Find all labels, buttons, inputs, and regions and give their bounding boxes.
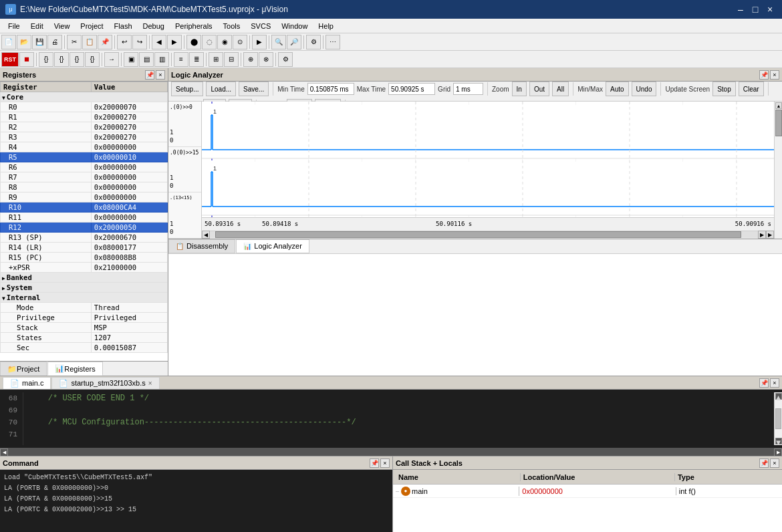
menu-edit[interactable]: Edit [25,21,49,31]
tb2-arrow[interactable]: → [104,52,119,67]
undo-btn[interactable]: Undo [632,82,657,96]
command-close[interactable]: × [380,458,390,468]
minmax-label: Min/Max [577,86,603,93]
code-panel-pin[interactable]: 📌 [759,378,769,388]
code-h-scrollbar[interactable]: ◀ ▶ [0,448,782,456]
tab-project[interactable]: 📁 Project [0,362,47,376]
stop-btn[interactable]: Stop [712,82,736,96]
la-scrollbar[interactable]: ◀ ▶ ▶ [202,231,774,239]
tb2-v1[interactable]: ≡ [174,52,188,67]
auto-btn[interactable]: Auto [606,82,629,96]
menu-tools[interactable]: Tools [218,21,246,31]
tb2-view2[interactable]: ▤ [139,52,154,67]
tb-bp1[interactable]: ⬤ [186,35,201,49]
close-button[interactable]: × [763,3,777,16]
tb2-b1[interactable]: {} [39,52,53,67]
startup-label: startup_stm32f103xb.s [71,379,145,387]
scroll-left-arrow[interactable]: ◀ [202,231,210,239]
la-save-btn[interactable]: Save... [239,82,269,96]
scroll-right-arrow[interactable]: ▶ [758,231,766,239]
tab-logic-analyzer[interactable]: 📊 Logic Analyzer [236,239,309,253]
tb-print[interactable]: 🖨 [47,35,62,49]
scroll-thumb[interactable] [215,231,741,238]
tb-settings[interactable]: ⚙ [306,35,321,49]
code-scroll-thumb[interactable] [775,408,781,429]
tb2-v5[interactable]: ⊕ [243,52,258,67]
tb2-b2[interactable]: {} [54,52,69,67]
tb-new[interactable]: 📄 [1,35,16,49]
menu-view[interactable]: View [49,21,76,31]
max-time-input[interactable] [388,83,435,95]
tb-zoom[interactable]: 🔍 [271,35,286,49]
tb2-b3[interactable]: {} [70,52,84,67]
code-tab-main[interactable]: 📄 main.c [3,377,51,389]
tb2-stop[interactable]: ⏹ [19,52,34,67]
tb2-v2[interactable]: ≣ [189,52,204,67]
menu-window[interactable]: Window [276,21,313,31]
menu-help[interactable]: Help [313,21,339,31]
tb2-v4[interactable]: ⊟ [224,52,239,67]
tab-disassembly[interactable]: 📋 Disassembly [168,239,235,253]
maximize-button[interactable]: □ [749,3,762,16]
tb-more[interactable]: ⋯ [325,35,340,49]
signal-val-low-2: 0 [170,182,200,189]
startup-close[interactable]: × [148,380,152,387]
scroll-down[interactable]: ▼ [775,438,782,444]
menu-peripherals[interactable]: Peripherals [170,21,218,31]
zoom-in-btn[interactable]: In [512,82,527,96]
tb-cut[interactable]: ✂ [67,35,82,49]
tb-bp2[interactable]: ◌ [202,35,217,49]
la-pin[interactable]: 📌 [759,70,769,80]
code-tab-startup[interactable]: 📄 startup_stm32f103xb.s × [51,377,159,389]
tb-search[interactable]: 🔎 [287,35,301,49]
menu-svcs[interactable]: SVCS [245,21,276,31]
tb-bp4[interactable]: ⊙ [233,35,247,49]
menu-project[interactable]: Project [75,21,108,31]
line-68: 68 [3,392,17,404]
code-panel-close[interactable]: × [770,378,779,388]
callstack-pin[interactable]: 📌 [759,458,769,468]
command-pin[interactable]: 📌 [370,458,379,468]
h-scroll-track[interactable] [8,448,774,456]
tb2-view1[interactable]: ▣ [124,52,138,67]
tb-redo[interactable]: ↪ [132,35,147,49]
tb-copy[interactable]: 📋 [82,35,97,49]
svg-rect-10 [202,162,774,215]
tb2-rst[interactable]: RST [1,52,19,67]
menu-file[interactable]: File [3,21,25,31]
scroll-up[interactable]: ▲ [775,393,782,400]
minimize-button[interactable]: – [734,3,747,16]
menu-flash[interactable]: Flash [109,21,138,31]
tb-undo[interactable]: ↩ [117,35,132,49]
la-setup-btn[interactable]: Setup... [171,82,203,96]
tb-run[interactable]: ▶ [252,35,267,49]
la-load-btn[interactable]: Load... [206,82,236,96]
registers-close[interactable]: × [156,70,165,80]
tb-open[interactable]: 📂 [17,35,31,49]
tab-registers[interactable]: 📊 Registers [47,362,102,376]
tb-nav-back[interactable]: ◀ [152,35,166,49]
tb2-b4[interactable]: {} [85,52,100,67]
tb2-gear[interactable]: ⚙ [278,52,293,67]
code-v-scrollbar[interactable]: ▲ ▼ [774,392,782,445]
scroll-right-arrow2[interactable]: ▶ [766,231,774,239]
min-time-input[interactable] [307,83,354,95]
tb2-v3[interactable]: ⊞ [209,52,223,67]
tb2-view3[interactable]: ▥ [154,52,169,67]
scroll-up-arrow[interactable]: ▲ [775,102,782,109]
grid-input[interactable] [453,83,483,95]
la-v-scrollbar[interactable]: ▲ [774,102,782,239]
zoom-all-btn[interactable]: All [552,82,569,96]
tb-bp3[interactable]: ◉ [217,35,232,49]
zoom-out-btn[interactable]: Out [529,82,549,96]
callstack-close[interactable]: × [770,458,779,468]
tb-paste[interactable]: 📌 [98,35,112,49]
scroll-v-thumb[interactable] [775,110,782,136]
tb2-v6[interactable]: ⊗ [259,52,273,67]
clear-btn[interactable]: Clear [739,82,764,96]
menu-debug[interactable]: Debug [138,21,170,31]
la-close[interactable]: × [770,70,779,80]
registers-pin[interactable]: 📌 [145,70,154,80]
tb-save[interactable]: 💾 [32,35,47,49]
tb-nav-fwd[interactable]: ▶ [167,35,182,49]
